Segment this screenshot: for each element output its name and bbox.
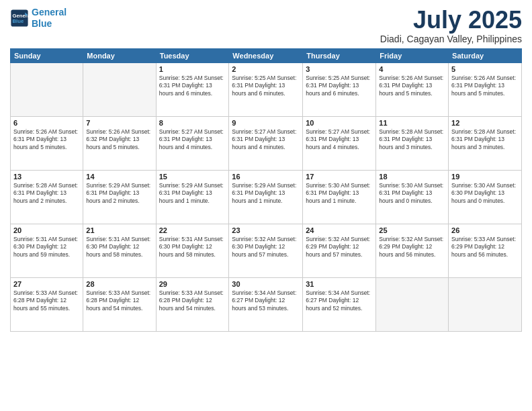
calendar-cell	[11, 62, 83, 116]
calendar-header-row: Sunday Monday Tuesday Wednesday Thursday…	[11, 48, 522, 62]
header-monday: Monday	[83, 48, 156, 62]
day-number: 18	[379, 173, 445, 181]
calendar-cell: 18Sunrise: 5:30 AM Sunset: 6:31 PM Dayli…	[376, 170, 449, 224]
logo: General Blue General Blue	[10, 7, 66, 30]
calendar-cell: 4Sunrise: 5:26 AM Sunset: 6:31 PM Daylig…	[376, 62, 449, 116]
day-info: Sunrise: 5:29 AM Sunset: 6:31 PM Dayligh…	[86, 182, 152, 206]
calendar-cell	[449, 277, 522, 331]
location: Diadi, Cagayan Valley, Philippines	[380, 34, 522, 44]
day-info: Sunrise: 5:33 AM Sunset: 6:29 PM Dayligh…	[451, 236, 519, 260]
calendar-cell: 11Sunrise: 5:28 AM Sunset: 6:31 PM Dayli…	[376, 116, 449, 170]
day-number: 22	[159, 226, 226, 234]
day-info: Sunrise: 5:28 AM Sunset: 6:31 PM Dayligh…	[451, 128, 519, 152]
header-saturday: Saturday	[449, 48, 522, 62]
day-info: Sunrise: 5:33 AM Sunset: 6:28 PM Dayligh…	[159, 289, 226, 314]
day-number: 8	[159, 119, 226, 127]
day-info: Sunrise: 5:29 AM Sunset: 6:31 PM Dayligh…	[159, 182, 226, 206]
calendar-cell: 8Sunrise: 5:27 AM Sunset: 6:31 PM Daylig…	[156, 116, 229, 170]
calendar-cell: 1Sunrise: 5:25 AM Sunset: 6:31 PM Daylig…	[156, 62, 229, 116]
day-info: Sunrise: 5:29 AM Sunset: 6:31 PM Dayligh…	[232, 182, 300, 206]
day-info: Sunrise: 5:30 AM Sunset: 6:31 PM Dayligh…	[306, 182, 373, 206]
day-number: 15	[159, 173, 226, 181]
day-info: Sunrise: 5:25 AM Sunset: 6:31 PM Dayligh…	[159, 75, 226, 99]
calendar-cell: 19Sunrise: 5:30 AM Sunset: 6:30 PM Dayli…	[449, 170, 522, 224]
calendar-cell: 7Sunrise: 5:26 AM Sunset: 6:32 PM Daylig…	[83, 116, 156, 170]
day-number: 12	[451, 119, 519, 127]
day-info: Sunrise: 5:27 AM Sunset: 6:31 PM Dayligh…	[159, 128, 226, 152]
calendar-cell: 5Sunrise: 5:26 AM Sunset: 6:31 PM Daylig…	[449, 62, 522, 116]
day-number: 2	[232, 65, 300, 73]
day-info: Sunrise: 5:28 AM Sunset: 6:31 PM Dayligh…	[13, 182, 80, 206]
calendar-week-3: 13Sunrise: 5:28 AM Sunset: 6:31 PM Dayli…	[11, 170, 522, 224]
calendar-cell: 9Sunrise: 5:27 AM Sunset: 6:31 PM Daylig…	[229, 116, 303, 170]
day-info: Sunrise: 5:31 AM Sunset: 6:30 PM Dayligh…	[86, 236, 152, 260]
day-number: 17	[306, 173, 373, 181]
calendar-week-5: 27Sunrise: 5:33 AM Sunset: 6:28 PM Dayli…	[11, 277, 522, 331]
day-info: Sunrise: 5:26 AM Sunset: 6:31 PM Dayligh…	[13, 128, 80, 152]
day-info: Sunrise: 5:27 AM Sunset: 6:31 PM Dayligh…	[306, 128, 373, 152]
svg-text:Blue: Blue	[13, 18, 24, 24]
page-header: General Blue General Blue July 2025 Diad…	[10, 7, 522, 44]
day-info: Sunrise: 5:32 AM Sunset: 6:30 PM Dayligh…	[232, 236, 300, 260]
calendar-cell: 30Sunrise: 5:34 AM Sunset: 6:27 PM Dayli…	[229, 277, 303, 331]
day-info: Sunrise: 5:25 AM Sunset: 6:31 PM Dayligh…	[232, 75, 300, 99]
day-info: Sunrise: 5:26 AM Sunset: 6:31 PM Dayligh…	[379, 75, 445, 99]
day-info: Sunrise: 5:32 AM Sunset: 6:29 PM Dayligh…	[379, 236, 445, 260]
day-info: Sunrise: 5:27 AM Sunset: 6:31 PM Dayligh…	[232, 128, 300, 152]
header-wednesday: Wednesday	[229, 48, 303, 62]
header-tuesday: Tuesday	[156, 48, 229, 62]
day-info: Sunrise: 5:31 AM Sunset: 6:30 PM Dayligh…	[159, 236, 226, 260]
day-info: Sunrise: 5:30 AM Sunset: 6:31 PM Dayligh…	[379, 182, 445, 206]
day-info: Sunrise: 5:25 AM Sunset: 6:31 PM Dayligh…	[306, 75, 373, 99]
day-info: Sunrise: 5:26 AM Sunset: 6:32 PM Dayligh…	[86, 128, 152, 152]
day-info: Sunrise: 5:33 AM Sunset: 6:28 PM Dayligh…	[13, 289, 80, 314]
calendar-cell: 10Sunrise: 5:27 AM Sunset: 6:31 PM Dayli…	[303, 116, 376, 170]
header-friday: Friday	[376, 48, 449, 62]
calendar-cell: 21Sunrise: 5:31 AM Sunset: 6:30 PM Dayli…	[83, 224, 156, 277]
day-number: 23	[232, 226, 300, 234]
calendar-cell: 31Sunrise: 5:34 AM Sunset: 6:27 PM Dayli…	[303, 277, 376, 331]
header-sunday: Sunday	[11, 48, 83, 62]
day-number: 4	[379, 65, 445, 73]
calendar-cell	[376, 277, 449, 331]
day-number: 20	[13, 226, 80, 234]
day-info: Sunrise: 5:33 AM Sunset: 6:28 PM Dayligh…	[86, 289, 152, 314]
day-number: 26	[451, 226, 519, 234]
calendar-cell: 15Sunrise: 5:29 AM Sunset: 6:31 PM Dayli…	[156, 170, 229, 224]
calendar-cell: 29Sunrise: 5:33 AM Sunset: 6:28 PM Dayli…	[156, 277, 229, 331]
day-number: 13	[13, 173, 80, 181]
logo-line1: General	[32, 7, 66, 17]
calendar-cell: 17Sunrise: 5:30 AM Sunset: 6:31 PM Dayli…	[303, 170, 376, 224]
day-number: 27	[13, 280, 80, 288]
calendar-cell: 14Sunrise: 5:29 AM Sunset: 6:31 PM Dayli…	[83, 170, 156, 224]
calendar-cell: 20Sunrise: 5:31 AM Sunset: 6:30 PM Dayli…	[11, 224, 83, 277]
calendar-week-1: 1Sunrise: 5:25 AM Sunset: 6:31 PM Daylig…	[11, 62, 522, 116]
day-info: Sunrise: 5:34 AM Sunset: 6:27 PM Dayligh…	[232, 289, 300, 314]
calendar-cell: 22Sunrise: 5:31 AM Sunset: 6:30 PM Dayli…	[156, 224, 229, 277]
calendar-cell: 25Sunrise: 5:32 AM Sunset: 6:29 PM Dayli…	[376, 224, 449, 277]
day-info: Sunrise: 5:28 AM Sunset: 6:31 PM Dayligh…	[379, 128, 445, 152]
calendar-cell: 16Sunrise: 5:29 AM Sunset: 6:31 PM Dayli…	[229, 170, 303, 224]
calendar-cell: 26Sunrise: 5:33 AM Sunset: 6:29 PM Dayli…	[449, 224, 522, 277]
day-number: 10	[306, 119, 373, 127]
title-block: July 2025 Diadi, Cagayan Valley, Philipp…	[380, 7, 522, 44]
calendar-cell: 6Sunrise: 5:26 AM Sunset: 6:31 PM Daylig…	[11, 116, 83, 170]
day-number: 6	[13, 119, 80, 127]
day-info: Sunrise: 5:26 AM Sunset: 6:31 PM Dayligh…	[451, 75, 519, 99]
calendar-cell: 28Sunrise: 5:33 AM Sunset: 6:28 PM Dayli…	[83, 277, 156, 331]
calendar-week-4: 20Sunrise: 5:31 AM Sunset: 6:30 PM Dayli…	[11, 224, 522, 277]
day-info: Sunrise: 5:31 AM Sunset: 6:30 PM Dayligh…	[13, 236, 80, 260]
logo-icon: General Blue	[10, 9, 29, 28]
day-number: 5	[451, 65, 519, 73]
day-number: 16	[232, 173, 300, 181]
day-number: 29	[159, 280, 226, 288]
calendar-cell: 24Sunrise: 5:32 AM Sunset: 6:29 PM Dayli…	[303, 224, 376, 277]
day-number: 21	[86, 226, 152, 234]
day-number: 1	[159, 65, 226, 73]
header-thursday: Thursday	[303, 48, 376, 62]
calendar-cell: 3Sunrise: 5:25 AM Sunset: 6:31 PM Daylig…	[303, 62, 376, 116]
day-number: 31	[306, 280, 373, 288]
month-title: July 2025	[380, 7, 522, 34]
logo-text: General Blue	[32, 7, 66, 30]
day-number: 30	[232, 280, 300, 288]
